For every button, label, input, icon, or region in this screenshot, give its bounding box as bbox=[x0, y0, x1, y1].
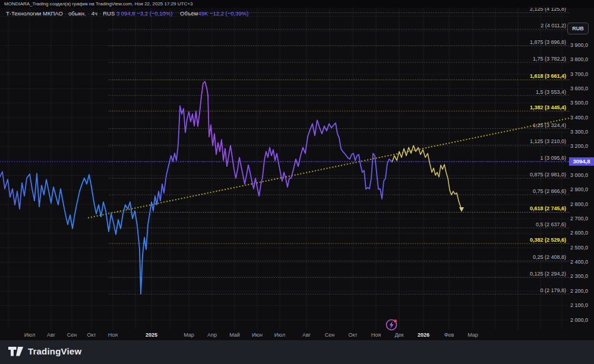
instrument-type: обыкн. bbox=[68, 10, 86, 17]
tradingview-logo[interactable]: TradingView bbox=[8, 346, 81, 356]
symbol-name: Т-Технологии МКПАО bbox=[6, 10, 63, 17]
volume-value: 49K bbox=[198, 10, 208, 17]
symbol-legend: Т-Технологии МКПАО·обыкн.·4ч·RUS 3 094,8… bbox=[6, 10, 248, 17]
attribution-bar: MONDIARA_Trading создал(а) график на Tra… bbox=[0, 0, 594, 8]
bottom-bar: TradingView bbox=[0, 340, 594, 364]
tradingview-logo-icon bbox=[8, 346, 24, 356]
volume-change-value: −12,2 (−0,39%) bbox=[210, 10, 249, 17]
last-price-value: 3 094,8 bbox=[116, 10, 135, 17]
time-scale[interactable] bbox=[0, 330, 594, 340]
currency-toggle-button[interactable]: RUB bbox=[567, 23, 589, 34]
attribution-text: MONDIARA_Trading создал(а) график на Tra… bbox=[4, 1, 192, 7]
tradingview-logo-text: TradingView bbox=[28, 346, 81, 356]
legend-separator: · bbox=[88, 10, 90, 17]
legend-separator: · bbox=[99, 10, 101, 17]
tradingview-snapshot: MONDIARA_Trading создал(а) график на Tra… bbox=[0, 0, 594, 364]
volume-label: Объём bbox=[180, 10, 198, 17]
legend-separator: · bbox=[65, 10, 67, 17]
chart-canvas[interactable]: 2,125 (4 125,8)2 (4 011,2)1,875 (3 896,8… bbox=[0, 8, 594, 340]
currency-code: RUS bbox=[103, 10, 115, 17]
current-price-badge: 3094,8 bbox=[569, 157, 594, 166]
price-scale[interactable] bbox=[567, 8, 594, 330]
price-chart-svg bbox=[0, 8, 594, 340]
price-change-value: −3,2 (−0,10%) bbox=[137, 10, 172, 17]
interval-label: 4ч bbox=[91, 10, 97, 17]
